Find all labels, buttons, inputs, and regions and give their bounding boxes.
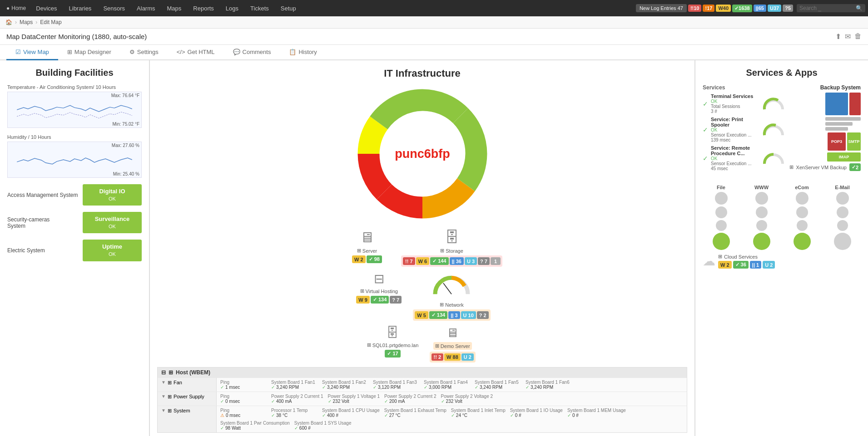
file-circle-green xyxy=(713,233,730,250)
main-content: Building Facilities Temperature - Air Co… xyxy=(0,60,868,436)
nav-maps[interactable]: Maps xyxy=(162,0,187,16)
svg-line-2 xyxy=(443,283,451,294)
circles-col-file: File xyxy=(703,185,739,250)
home-breadcrumb-icon[interactable]: 🏠 xyxy=(5,19,12,25)
nav-reports[interactable]: Reports xyxy=(188,0,219,16)
badge-warning-yellow[interactable]: W 40 xyxy=(716,5,731,12)
cloud-badge-w[interactable]: W 2 xyxy=(718,261,732,269)
uptime-badge[interactable]: Uptime OK xyxy=(83,240,142,261)
search-box[interactable]: 🔍 xyxy=(797,4,865,12)
new-log-entries-button[interactable]: New Log Entries 47 xyxy=(636,4,687,12)
badge-unusual[interactable]: U 37 xyxy=(768,5,781,12)
treemap-bottom: POP3 SMTP xyxy=(828,132,861,151)
service-terminal-gauge xyxy=(762,96,785,112)
sensor-ps1v1: Power Supply 1 Voltage 1 ✓ 232 Volt xyxy=(326,393,382,405)
system-surveillance: Security-camerasSystem Surveillance OK xyxy=(7,212,142,233)
tab-settings-icon: ⚙ xyxy=(129,49,135,55)
breadcrumb-edit-map[interactable]: Edit Map xyxy=(40,19,61,25)
server-badge-ok[interactable]: ✓ 98 xyxy=(367,255,382,263)
cloud-badge-u[interactable]: U 2 xyxy=(763,261,775,269)
nav-logs[interactable]: Logs xyxy=(220,0,244,16)
xen-badge[interactable]: ✓ 2 xyxy=(849,163,861,171)
storage-badge-crit[interactable]: !! 7 xyxy=(403,257,415,265)
tab-get-html[interactable]: </> Get HTML xyxy=(168,45,224,60)
tab-get-html-icon: </> xyxy=(177,49,185,55)
digital-io-badge[interactable]: Digital IO OK xyxy=(83,184,142,206)
backup-item-lines xyxy=(825,117,861,131)
power-icon: ⊞ xyxy=(168,394,172,400)
sensor-ps2v2: Power Supply 2 Voltage 2 ✓ 232 Volt xyxy=(439,393,495,405)
virtual-hosting-icon-indicator: ⊞ xyxy=(360,288,364,294)
network-gauge-svg xyxy=(431,271,472,299)
map-icon-export[interactable]: ⬆ xyxy=(835,32,841,41)
nav-libraries[interactable]: Libraries xyxy=(64,0,97,16)
nav-devices[interactable]: Devices xyxy=(30,0,62,16)
infra-mid-row: ⊟ ⊞ Virtual Hosting W 9 ✓ 134 ? 7 xyxy=(157,271,687,321)
tab-comments[interactable]: 💬 Comments xyxy=(224,45,280,60)
storage-badge-1[interactable]: 1 xyxy=(491,257,501,265)
nav-sensors[interactable]: Sensors xyxy=(98,0,130,16)
file-circle-3 xyxy=(716,220,727,231)
search-input[interactable] xyxy=(799,5,854,11)
sensor-fan1: System Board 1 Fan1 ✓ 3,240 RPM xyxy=(269,379,319,391)
humidity-chart-box: Max: 27.60 % Min: 25.40 % xyxy=(7,142,142,178)
host-collapse-icon[interactable]: ⊟ xyxy=(161,369,166,376)
home-nav-item[interactable]: ● Home xyxy=(3,5,30,11)
storage-badge-q[interactable]: ? 7 xyxy=(478,257,490,265)
humidity-chart-section: Humidity / 10 Hours Max: 27.60 % Min: 25… xyxy=(7,134,142,178)
service-rpc-info: Service: Remote Procedure C... OK Sensor… xyxy=(711,145,759,171)
server-badges: W 2 ✓ 98 xyxy=(352,255,382,263)
tab-view-map[interactable]: ☑ View Map xyxy=(6,45,58,60)
badge-critical[interactable]: !! 10 xyxy=(688,5,702,12)
badge-ok[interactable]: ✓ 1638 xyxy=(732,5,752,12)
sensor-inlet-temp: System Board 1 Inlet Temp ✓ 24 °C xyxy=(449,407,507,419)
left-panel: Building Facilities Temperature - Air Co… xyxy=(0,60,150,436)
virtual-hosting-icon: ⊟ xyxy=(374,271,384,286)
host-row-fan-data: Ping ✓ 1 msec System Board 1 Fan1 ✓ 3,24… xyxy=(217,378,687,392)
storage-badge-ok[interactable]: ✓ 144 xyxy=(430,257,448,265)
tab-view-map-icon: ☑ xyxy=(15,49,21,55)
surveillance-badge[interactable]: Surveillance OK xyxy=(83,212,142,233)
treemap-smtp: SMTP xyxy=(847,132,861,151)
left-panel-title: Building Facilities xyxy=(7,68,142,78)
ecom-circle-3 xyxy=(797,220,808,231)
cloud-services-row: ☁ ⊞ Cloud Services W 2 ✓ 36 || 1 U 2 xyxy=(703,254,861,269)
badge-paused[interactable]: || 65 xyxy=(754,5,766,12)
cloud-badge-ok[interactable]: ✓ 36 xyxy=(733,261,749,269)
cloud-badge-p[interactable]: || 1 xyxy=(750,261,761,269)
storage-item: 🗄 ⊞ Storage !! 7 W 6 ✓ 144 || 36 U 3 ? 7… xyxy=(401,229,502,267)
breadcrumb-maps[interactable]: Maps xyxy=(20,19,33,25)
badge-warning-orange[interactable]: ! 17 xyxy=(703,5,714,12)
treemap-pop3: POP3 xyxy=(828,132,846,151)
map-icon-email[interactable]: ✉ xyxy=(845,32,851,41)
tab-history[interactable]: 📋 History xyxy=(280,45,326,60)
storage-badge-p[interactable]: || 36 xyxy=(450,257,464,265)
storage-badge-w[interactable]: W 6 xyxy=(416,257,430,265)
sensor-ps2c2: Power Supply 2 Current 2 ✓ 200 mA xyxy=(382,393,438,405)
nav-tickets[interactable]: Tickets xyxy=(245,0,274,16)
nav-alarms[interactable]: Alarms xyxy=(131,0,160,16)
nav-setup[interactable]: Setup xyxy=(275,0,302,16)
tab-map-designer[interactable]: ⊞ Map Designer xyxy=(58,45,120,60)
host-row-fan-label: ▼ ⊞ Fan xyxy=(158,378,217,392)
badge-unknown[interactable]: ? 5 xyxy=(783,5,793,12)
cloud-icon: ☁ xyxy=(703,254,715,269)
service-rpc-gauge xyxy=(762,150,785,166)
tab-settings[interactable]: ⚙ Settings xyxy=(120,45,168,60)
host-row-system: ▼ ⊞ System Ping ⚠ 0 msec Processor 1 Tem… xyxy=(158,406,687,432)
virtual-hosting-item: ⊟ ⊞ Virtual Hosting W 9 ✓ 134 ? 7 xyxy=(354,271,404,321)
power-collapse-icon[interactable]: ▼ xyxy=(161,394,166,399)
system-collapse-icon[interactable]: ▼ xyxy=(161,408,166,413)
service-terminal-check: ✓ xyxy=(703,100,708,108)
www-circle-1 xyxy=(755,192,768,205)
storage-badge-u[interactable]: U 3 xyxy=(465,257,477,265)
map-icon-delete[interactable]: 🗑 xyxy=(854,32,862,41)
circles-col-email: E-Mail xyxy=(824,185,861,250)
www-circle-green xyxy=(753,233,770,250)
humidity-chart-min: Min: 25.40 % xyxy=(113,171,139,176)
server-badge-w[interactable]: W 2 xyxy=(352,255,366,263)
service-print-gauge xyxy=(762,122,785,137)
storage-icon-indicator: ⊞ xyxy=(440,248,444,254)
email-circle-last xyxy=(834,233,851,250)
fan-collapse-icon[interactable]: ▼ xyxy=(161,380,166,385)
